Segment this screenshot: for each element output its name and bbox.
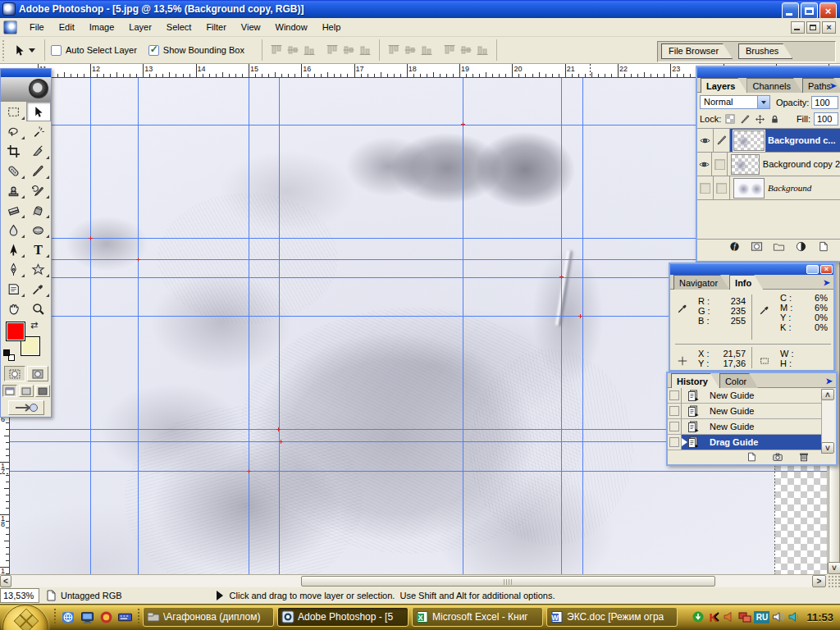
resize-grip[interactable] [827,574,840,587]
path-selection-tool[interactable] [1,240,26,259]
eyedropper-tool[interactable] [26,279,52,299]
guide-vertical[interactable] [582,78,583,574]
guide-vertical[interactable] [249,78,249,574]
adjustment-layer-button[interactable] [795,240,807,253]
options-grip[interactable] [2,39,6,61]
quicklaunch-internet-icon[interactable] [62,610,75,624]
layer-row[interactable]: Background [697,176,840,200]
history-source-checkbox[interactable] [668,435,682,450]
menu-image[interactable]: Image [82,18,122,36]
visibility-toggle[interactable] [697,176,714,199]
layer-name[interactable]: Background [768,183,811,193]
brush-tool[interactable] [26,161,52,180]
palette-collapse-button[interactable] [806,265,819,274]
hscroll-thumb[interactable] [301,576,715,587]
default-colors-icon[interactable] [3,349,15,361]
layer-thumbnail[interactable] [731,154,760,175]
toolbox-artwork[interactable] [1,77,51,102]
zoom-tool[interactable] [26,299,52,318]
guide-vertical[interactable] [463,78,463,574]
menu-window[interactable]: Window [268,18,315,36]
file-browser-tab[interactable]: File Browser [661,43,733,59]
tray-update-icon[interactable] [692,610,705,623]
tray-horn-icon[interactable] [723,610,736,623]
minimize-button[interactable] [782,2,799,20]
crop-tool[interactable] [1,141,26,161]
info-tab-info[interactable]: Info [729,275,763,290]
align-vcenter-icon[interactable] [286,44,299,56]
dodge-tool[interactable] [26,220,52,240]
magic-wand-tool[interactable] [26,121,52,141]
layers-menu-arrow[interactable]: ➤ [830,81,837,90]
lasso-tool[interactable] [1,121,26,141]
auto-select-checkbox[interactable] [51,45,62,56]
zoom-level-input[interactable]: 13,53% [0,588,39,603]
start-button[interactable] [2,605,48,630]
distribute-right-icon[interactable] [476,44,489,56]
tray-network-icon[interactable] [738,610,751,623]
delete-state-button[interactable] [798,451,810,463]
history-scrollbar[interactable]: ˄ ˅ [821,389,834,454]
layer-row[interactable]: Background c... [697,129,840,153]
distribute-left-icon[interactable] [443,44,456,56]
taskbar-task[interactable]: \Агафонова (диплом) [143,607,274,627]
new-layer-button[interactable] [817,240,829,253]
blend-mode-select[interactable]: Normal [700,95,770,109]
history-brush-tool[interactable] [26,180,52,200]
fill-input[interactable]: 100 [814,112,838,126]
info-menu-arrow[interactable]: ➤ [824,278,830,287]
layers-tab-channels[interactable]: Channels [746,78,801,93]
history-tab-color[interactable]: Color [719,373,758,388]
palette-close-button[interactable]: × [820,265,833,274]
menu-layer[interactable]: Layer [121,18,159,36]
notes-tool[interactable] [1,279,26,299]
info-palette-titlebar[interactable]: × [670,264,833,275]
maximize-button[interactable] [801,2,818,20]
align-left-icon[interactable] [326,44,339,56]
fullscreen-button[interactable] [35,385,50,397]
quickmask-mode-button[interactable] [27,366,48,381]
rectangular-marquee-tool[interactable] [1,102,26,121]
layers-palette-titlebar[interactable] [697,67,840,78]
document-image[interactable] [10,78,774,574]
align-bottom-icon[interactable] [303,44,316,56]
scroll-left-button[interactable]: < [0,575,11,587]
history-state[interactable]: Drag Guide [668,435,822,450]
scroll-right-button[interactable]: > [812,575,826,587]
doc-restore-button[interactable] [806,21,820,34]
history-state[interactable]: New Guide [668,419,822,435]
menu-file[interactable]: File [22,18,52,36]
quicklaunch-desktop-icon[interactable] [80,610,94,624]
distribute-hcenter-icon[interactable] [459,44,472,56]
quicklaunch-security-icon[interactable] [99,610,113,624]
tray-kaspersky-icon[interactable]: K [707,610,720,623]
guide-horizontal[interactable] [10,471,827,472]
distribute-vcenter-icon[interactable] [404,44,417,56]
status-menu-arrow[interactable] [217,591,223,600]
layer-thumbnail[interactable] [733,130,765,151]
menu-help[interactable]: Help [315,18,349,36]
scroll-down-button[interactable]: ˅ [828,562,840,574]
align-right-icon[interactable] [358,44,372,56]
add-mask-button[interactable] [751,240,763,253]
custom-shape-tool[interactable] [26,259,52,279]
hand-tool[interactable] [1,299,26,318]
new-snapshot-button[interactable] [772,451,783,463]
lock-transparency-icon[interactable] [724,113,736,125]
layer-name[interactable]: Background c... [768,135,836,145]
lock-all-icon[interactable] [769,113,780,125]
layer-name[interactable]: Background copy 2 [763,159,840,169]
layer-style-button[interactable]: f [728,240,741,253]
lock-position-icon[interactable] [754,113,765,125]
history-tab-history[interactable]: History [671,373,719,388]
fullscreen-menubar-button[interactable] [19,385,34,397]
pen-tool[interactable] [1,259,26,279]
jump-to-imageready-button[interactable] [8,400,44,415]
paint-bucket-tool[interactable] [26,200,52,220]
menu-view[interactable]: View [234,18,268,36]
guide-vertical[interactable] [90,78,91,574]
language-indicator[interactable]: RU [754,611,769,623]
new-document-from-state-button[interactable] [746,451,757,463]
standard-mode-button[interactable] [4,366,25,381]
guide-vertical[interactable] [138,78,139,574]
